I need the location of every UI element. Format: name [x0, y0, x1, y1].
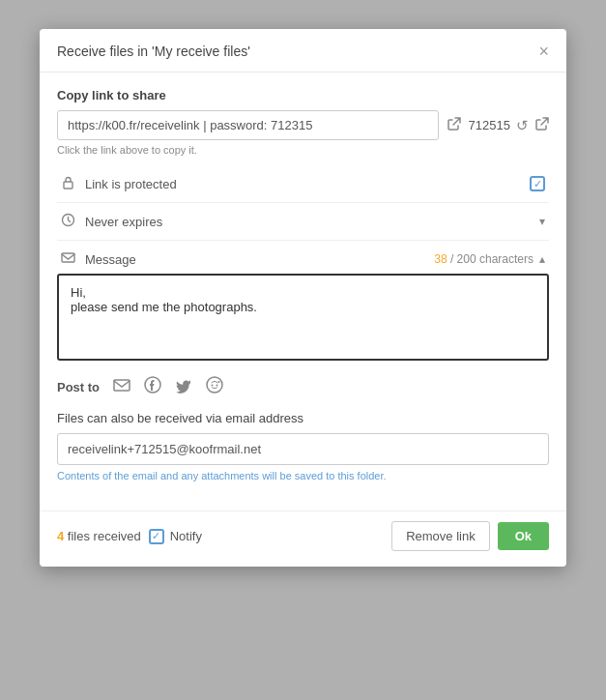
facebook-icon[interactable]	[144, 376, 161, 397]
never-expires-label: Never expires	[85, 215, 162, 229]
modal-header: Receive files in 'My receive files' ×	[40, 29, 566, 73]
option-left: Link is protected	[61, 175, 177, 192]
modal-footer: 4 files received ✓ Notify Remove link Ok	[40, 510, 566, 567]
footer-right: Remove link Ok	[391, 521, 549, 551]
option-right: ✓	[530, 176, 545, 191]
modal-body: Copy link to share 712515 ↺	[40, 73, 566, 510]
message-textarea[interactable]: Hi, please send me the photographs.	[57, 274, 549, 361]
message-left: Message	[61, 250, 136, 268]
notify-label: Notify	[170, 529, 202, 543]
message-counter: 38 / 200 characters	[434, 252, 534, 266]
reddit-icon[interactable]	[206, 376, 223, 397]
close-button[interactable]: ×	[538, 43, 549, 60]
link-protected-row: Link is protected ✓	[57, 165, 549, 203]
svg-rect-2	[62, 253, 74, 262]
link-protected-checkbox[interactable]: ✓	[530, 176, 545, 191]
link-protected-label: Link is protected	[85, 177, 177, 191]
link-row: 712515 ↺	[57, 110, 549, 140]
remove-link-button[interactable]: Remove link	[391, 521, 490, 551]
files-count: 4	[57, 529, 64, 543]
email-hint: Contents of the email and any attachment…	[57, 470, 549, 481]
link-input[interactable]	[57, 110, 439, 140]
password-value: 712515	[469, 118, 510, 132]
modal-title-text: Receive files in	[57, 44, 152, 59]
notify-checkbox[interactable]: ✓	[149, 529, 164, 544]
post-to-label: Post to	[57, 380, 100, 394]
email-address-input[interactable]	[57, 433, 549, 465]
never-expires-row: Never expires ▾	[57, 203, 549, 241]
modal-title: Receive files in 'My receive files'	[57, 44, 250, 59]
open-link-button[interactable]	[447, 117, 461, 134]
refresh-password-button[interactable]: ↺	[516, 117, 529, 134]
password-display: 712515 ↺	[469, 117, 549, 134]
lock-icon	[61, 175, 75, 192]
files-label: files received	[68, 529, 141, 543]
copy-link-label: Copy link to share	[57, 88, 549, 102]
expires-left: Never expires	[61, 213, 162, 230]
modal-dialog: Receive files in 'My receive files' × Co…	[40, 29, 566, 567]
twitter-icon[interactable]	[175, 376, 192, 397]
message-right: 38 / 200 characters ▴	[434, 252, 545, 266]
background: Receive files in 'My receive files' × Co…	[0, 0, 606, 700]
clock-icon	[61, 213, 75, 230]
notify-row: ✓ Notify	[149, 529, 202, 544]
modal-title-folder: 'My receive files'	[152, 44, 250, 59]
files-left: 4 files received ✓ Notify	[57, 529, 202, 544]
envelope-icon	[61, 250, 75, 268]
counter-used: 38	[434, 252, 447, 266]
svg-point-6	[212, 385, 214, 387]
click-hint: Click the link above to copy it.	[57, 144, 549, 156]
share-button[interactable]	[534, 117, 549, 134]
ok-button[interactable]: Ok	[498, 522, 549, 550]
expires-right: ▾	[539, 215, 545, 228]
message-label: Message	[85, 252, 136, 267]
textarea-container: Hi, please send me the photographs.	[57, 274, 549, 376]
email-social-icon[interactable]	[113, 376, 130, 397]
svg-point-7	[216, 385, 218, 387]
svg-rect-0	[64, 182, 72, 189]
counter-sep: /	[447, 252, 457, 266]
message-row: Message 38 / 200 characters ▴	[57, 241, 549, 274]
post-to-row: Post to	[57, 376, 549, 397]
email-section-label: Files can also be received via email add…	[57, 411, 549, 425]
files-received-text: 4 files received	[57, 529, 141, 543]
counter-max: 200 characters	[457, 252, 534, 266]
expires-dropdown-icon[interactable]: ▾	[539, 215, 545, 228]
message-expand-icon[interactable]: ▴	[539, 252, 545, 266]
svg-rect-3	[114, 380, 130, 391]
svg-point-8	[218, 381, 220, 383]
svg-point-5	[207, 377, 222, 393]
